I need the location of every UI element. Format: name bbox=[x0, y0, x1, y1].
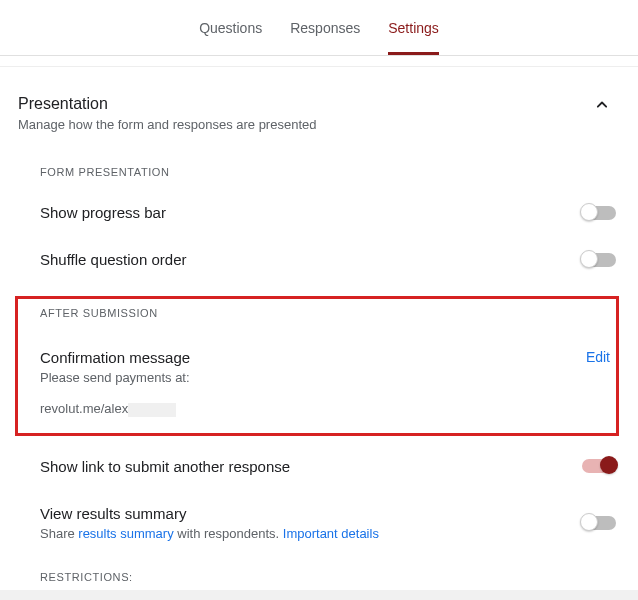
row-submit-another: Show link to submit another response bbox=[40, 450, 616, 497]
tab-responses[interactable]: Responses bbox=[290, 20, 360, 55]
post-submit-group: Show link to submit another response Vie… bbox=[18, 436, 616, 563]
after-submission-highlight: AFTER SUBMISSION Confirmation message Pl… bbox=[15, 296, 619, 436]
group-label-form-presentation: FORM PRESENTATION bbox=[40, 166, 616, 178]
edit-button[interactable]: Edit bbox=[586, 349, 616, 365]
form-presentation-group: FORM PRESENTATION Show progress bar Shuf… bbox=[18, 136, 616, 290]
section-title: Presentation bbox=[18, 95, 316, 113]
bottom-divider bbox=[0, 590, 638, 600]
toggle-shuffle[interactable] bbox=[582, 253, 616, 267]
presentation-header[interactable]: Presentation Manage how the form and res… bbox=[18, 85, 616, 136]
row-confirmation-message: Confirmation message Please send payment… bbox=[40, 341, 616, 431]
tab-questions[interactable]: Questions bbox=[199, 20, 262, 55]
row-shuffle: Shuffle question order bbox=[40, 243, 616, 290]
redacted-text bbox=[128, 403, 176, 417]
row-progress-bar: Show progress bar bbox=[40, 196, 616, 243]
settings-content: Presentation Manage how the form and res… bbox=[0, 66, 638, 600]
toggle-submit-another[interactable] bbox=[582, 459, 616, 473]
section-desc: Manage how the form and responses are pr… bbox=[18, 117, 316, 132]
toggle-results-summary[interactable] bbox=[582, 516, 616, 530]
results-summary-desc: Share results summary with respondents. … bbox=[40, 526, 379, 541]
tabs-bar: Questions Responses Settings bbox=[0, 0, 638, 56]
group-label-restrictions: RESTRICTIONS: bbox=[40, 571, 616, 583]
label-submit-another: Show link to submit another response bbox=[40, 458, 290, 475]
label-confirmation-message: Confirmation message bbox=[40, 349, 190, 366]
label-results-summary: View results summary bbox=[40, 505, 379, 522]
label-progress-bar: Show progress bar bbox=[40, 204, 166, 221]
confirmation-line1: Please send payments at: bbox=[40, 370, 190, 385]
toggle-progress-bar[interactable] bbox=[582, 206, 616, 220]
chevron-up-icon[interactable] bbox=[592, 95, 616, 120]
link-results-summary[interactable]: results summary bbox=[78, 526, 173, 541]
group-label-after-submission: AFTER SUBMISSION bbox=[40, 307, 616, 319]
confirmation-line2: revolut.me/alex bbox=[40, 401, 190, 417]
tab-settings[interactable]: Settings bbox=[388, 20, 439, 55]
label-shuffle: Shuffle question order bbox=[40, 251, 187, 268]
row-results-summary: View results summary Share results summa… bbox=[40, 497, 616, 563]
link-important-details[interactable]: Important details bbox=[283, 526, 379, 541]
